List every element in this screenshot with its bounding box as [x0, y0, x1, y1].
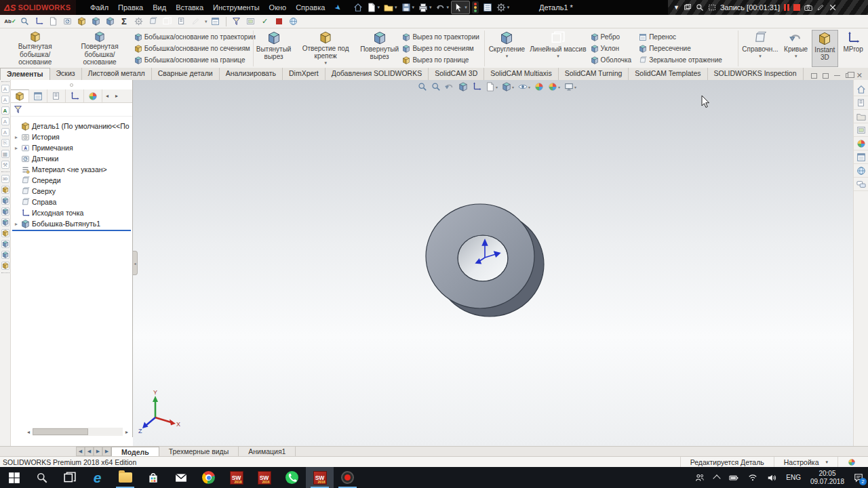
mprop-button[interactable]: MProp [838, 30, 868, 67]
magnifier-doc-icon[interactable] [18, 16, 31, 27]
tab-solidcam-multiaxis[interactable]: SolidCAM Multiaxis [484, 68, 558, 80]
menu-tools[interactable]: Инструменты [208, 3, 264, 12]
featuremanager-tree-icon[interactable] [11, 89, 29, 102]
propertymanager-icon[interactable] [29, 89, 47, 102]
recorder-icon[interactable] [334, 467, 361, 488]
tree-item-part[interactable]: Деталь1 (По умолчанию<<По [11, 121, 132, 131]
note-a3-icon[interactable]: A [1, 106, 9, 115]
note-a5-icon[interactable]: A [1, 128, 9, 136]
cube2-icon[interactable] [1, 197, 9, 205]
draft-button[interactable]: Уклон [591, 43, 635, 54]
hole-wizard-button[interactable]: Отверстие под крепеж▾ [292, 30, 358, 67]
tab-sheet-metal[interactable]: Листовой металл [82, 68, 152, 80]
recorder-close-icon[interactable] [829, 3, 837, 12]
mirror-button[interactable]: Зеркальное отражение [639, 55, 734, 66]
measure-icon[interactable] [33, 16, 45, 27]
cube3-icon[interactable] [1, 207, 9, 216]
tree-item-material[interactable]: Материал <не указан> [11, 164, 132, 175]
language-indicator[interactable]: ENG [781, 467, 806, 488]
pin-menu-icon[interactable]: ➤ [333, 2, 343, 13]
tree-item-origin[interactable]: Исходная точка [11, 207, 132, 218]
globe-icon[interactable] [288, 16, 300, 27]
edge-icon[interactable]: e [83, 467, 111, 488]
equations-sigma-icon[interactable]: Σ [118, 16, 130, 27]
performance-icon[interactable] [61, 16, 73, 27]
rollback-bar[interactable] [12, 230, 131, 231]
options-list-icon[interactable] [481, 1, 494, 14]
extruded-cut-button[interactable]: Вытянутый вырез [255, 30, 293, 67]
tab-dimxpert[interactable]: DimXpert [283, 68, 326, 80]
solidworks-2016-icon[interactable]: SW2016 [250, 467, 278, 488]
note-a4-icon[interactable]: A [1, 117, 9, 125]
tab-nav-first-icon[interactable]: ◀ [76, 447, 85, 456]
configuration-status[interactable]: Настройка▾ [774, 457, 837, 467]
tab-sketch[interactable]: Эскиз [50, 68, 82, 80]
appearance-globe-icon[interactable] [837, 457, 865, 467]
cube-options-icon[interactable] [104, 16, 116, 27]
rebuild-traffic-light-icon[interactable] [470, 1, 481, 14]
menu-edit[interactable]: Правка [113, 3, 148, 12]
pause-icon[interactable] [784, 4, 789, 11]
panel-splitter-grip[interactable]: ◂ [133, 251, 138, 275]
tree-item-sensors[interactable]: Датчики [11, 153, 132, 164]
task-view-icon[interactable] [56, 467, 83, 488]
cube8-icon[interactable] [1, 262, 9, 270]
configurationmanager-icon[interactable] [47, 89, 66, 102]
filter-icon[interactable] [231, 16, 243, 27]
tab-nav-next-icon[interactable]: ▶ [94, 447, 102, 456]
clock[interactable]: 20:0509.07.2018 [806, 467, 849, 488]
tree-filter[interactable] [11, 103, 132, 117]
extruded-boss-button[interactable]: Вытянутая бобышка/основание [3, 30, 67, 67]
boundary-cut-button[interactable]: Вырез по границе [402, 55, 480, 66]
lofted-boss-button[interactable]: Бобышка/основание по сечениям [134, 43, 250, 54]
curves-button[interactable]: Кривые▾ [781, 30, 812, 67]
note-a-icon[interactable]: A [1, 85, 9, 93]
scroll-right-icon[interactable]: ▸ [123, 428, 131, 436]
volume-icon[interactable] [762, 467, 781, 488]
whatsapp-icon[interactable] [278, 467, 306, 488]
weld-icon[interactable]: ⚒ [1, 161, 9, 169]
note-a2-icon[interactable]: A [1, 96, 9, 104]
revolved-cut-button[interactable]: Повернутый вырез [359, 30, 401, 67]
tree-item-top-plane[interactable]: Сверху [11, 186, 132, 197]
select-cursor-icon[interactable]: ▾ [451, 1, 470, 14]
recorder-dropdown-icon[interactable]: ▼ [673, 4, 679, 11]
rib-button[interactable]: Ребро [591, 32, 635, 43]
save-icon[interactable]: ▾ [399, 1, 417, 14]
restore-icon[interactable] [846, 73, 851, 78]
recorder-magnifier-icon[interactable] [696, 3, 704, 12]
menu-insert[interactable]: Вставка [171, 3, 208, 12]
instant-3d-button[interactable]: Instant 3D [812, 30, 839, 67]
tab-solidcam-3d[interactable]: SolidCAM 3D [429, 68, 484, 80]
appearances-icon[interactable] [854, 137, 868, 150]
displaymanager-icon[interactable] [84, 89, 102, 102]
minimize-icon[interactable] [834, 75, 840, 76]
panel-tab-next-icon[interactable]: ▸ [112, 89, 121, 102]
tab-model[interactable]: Модель [111, 447, 159, 456]
dimxpertmanager-icon[interactable] [66, 89, 84, 102]
align-icon[interactable] [161, 16, 173, 27]
copy-options-icon[interactable] [175, 16, 187, 27]
tree-item-front-plane[interactable]: Спереди [11, 175, 132, 186]
file-explorer-icon[interactable] [854, 110, 868, 123]
pencil-icon[interactable] [816, 3, 825, 12]
tab-nav-prev-icon[interactable]: ◀ [85, 447, 94, 456]
close-icon[interactable]: ✕ [856, 71, 863, 80]
recorder-windows-icon[interactable] [684, 3, 692, 12]
custom-properties-icon[interactable] [854, 150, 868, 164]
cube6-icon[interactable] [1, 240, 9, 248]
shell-button[interactable]: Оболочка [591, 55, 635, 66]
graphics-viewport[interactable]: ▾ ▾ ▾ ▾ ▾ [133, 80, 853, 446]
camera-icon[interactable] [804, 3, 812, 12]
cube1-icon[interactable] [1, 186, 9, 194]
tree-item-annotations[interactable]: ▸Примечания [11, 142, 132, 153]
tray-expand-icon[interactable] [709, 467, 724, 488]
tab-evaluate[interactable]: Анализировать [220, 68, 283, 80]
boundary-boss-button[interactable]: Бобышка/основание на границе [134, 55, 250, 66]
paint-dropdown-icon[interactable]: ▾ [205, 19, 208, 24]
mirror-icon[interactable] [146, 16, 159, 27]
stop-icon[interactable] [793, 4, 800, 11]
store-icon[interactable] [139, 467, 167, 488]
home-icon[interactable] [854, 83, 868, 96]
tab-inspection[interactable]: SOLIDWORKS Inspection [708, 68, 804, 80]
